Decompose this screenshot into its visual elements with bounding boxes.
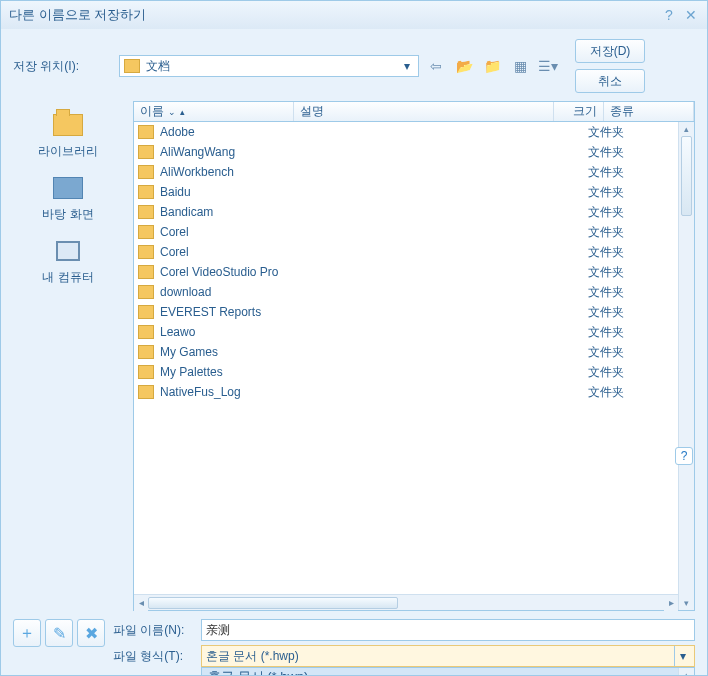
view-menu-icon[interactable]: ☰▾ bbox=[537, 55, 559, 77]
hscroll-thumb[interactable] bbox=[148, 597, 398, 609]
folder-icon bbox=[138, 365, 154, 379]
filetype-label: 파일 형식(T): bbox=[113, 648, 193, 665]
places-panel: 라이브러리바탕 화면내 컴퓨터 bbox=[13, 101, 123, 611]
file-list: 이름⌄▴ 설명 크기 종류 Adobe文件夹AliWangWang文件夹AliW… bbox=[133, 101, 695, 611]
chevron-down-icon[interactable]: ▾ bbox=[674, 646, 690, 666]
table-row[interactable]: Bandicam文件夹 bbox=[134, 202, 678, 222]
folder-icon bbox=[138, 285, 154, 299]
scroll-right-icon[interactable]: ▸ bbox=[664, 595, 678, 611]
table-row[interactable]: download文件夹 bbox=[134, 282, 678, 302]
folder-icon bbox=[138, 325, 154, 339]
open-folder-icon[interactable]: 📁 bbox=[481, 55, 503, 77]
sort-asc-icon: ⌄ bbox=[168, 107, 176, 117]
folder-icon bbox=[138, 185, 154, 199]
location-combo[interactable]: 文档 ▾ bbox=[119, 55, 419, 77]
folder-icon bbox=[138, 305, 154, 319]
dropdown-scrollbar[interactable]: ▴ ▾ bbox=[678, 668, 694, 676]
column-headers: 이름⌄▴ 설명 크기 종류 bbox=[134, 102, 694, 122]
up-folder-icon[interactable]: 📂 bbox=[453, 55, 475, 77]
place-computer[interactable]: 내 컴퓨터 bbox=[42, 237, 93, 286]
folder-icon bbox=[138, 225, 154, 239]
scroll-left-icon[interactable]: ◂ bbox=[134, 595, 148, 611]
col-size[interactable]: 크기 bbox=[554, 102, 604, 121]
col-name[interactable]: 이름⌄▴ bbox=[134, 102, 294, 121]
table-row[interactable]: Corel文件夹 bbox=[134, 222, 678, 242]
folder-icon bbox=[138, 385, 154, 399]
cancel-button[interactable]: 취소 bbox=[575, 69, 645, 93]
help-icon[interactable]: ? bbox=[661, 7, 677, 23]
folder-icon bbox=[138, 125, 154, 139]
titlebar: 다른 이름으로 저장하기 ? ✕ bbox=[1, 1, 707, 29]
filename-label: 파일 이름(N): bbox=[113, 622, 193, 639]
new-folder-icon[interactable]: ▦ bbox=[509, 55, 531, 77]
table-row[interactable]: My Palettes文件夹 bbox=[134, 362, 678, 382]
vertical-scrollbar[interactable]: ▴ ▾ bbox=[678, 122, 694, 610]
delete-favorite-button[interactable]: ✖ bbox=[77, 619, 105, 647]
save-location-label: 저장 위치(I): bbox=[13, 58, 113, 75]
scroll-up-icon[interactable]: ▴ bbox=[679, 122, 694, 136]
table-row[interactable]: My Games文件夹 bbox=[134, 342, 678, 362]
back-icon[interactable]: ⇦ bbox=[425, 55, 447, 77]
scroll-down-icon[interactable]: ▾ bbox=[679, 596, 694, 610]
folder-icon bbox=[138, 345, 154, 359]
close-icon[interactable]: ✕ bbox=[683, 7, 699, 23]
col-type[interactable]: 종류 bbox=[604, 102, 694, 121]
filetype-select[interactable]: 혼글 문서 (*.hwp) ▾ bbox=[201, 645, 695, 667]
scroll-up-icon[interactable]: ▴ bbox=[679, 668, 694, 676]
col-desc[interactable]: 설명 bbox=[294, 102, 554, 121]
filetype-option[interactable]: 혼글 문서 (*.hwp) bbox=[202, 668, 694, 676]
folder-icon bbox=[138, 265, 154, 279]
table-row[interactable]: NativeFus_Log文件夹 bbox=[134, 382, 678, 402]
table-row[interactable]: Leawo文件夹 bbox=[134, 322, 678, 342]
window-title: 다른 이름으로 저장하기 bbox=[9, 6, 655, 24]
table-row[interactable]: Corel VideoStudio Pro文件夹 bbox=[134, 262, 678, 282]
add-favorite-button[interactable]: ＋ bbox=[13, 619, 41, 647]
folder-icon bbox=[138, 145, 154, 159]
save-as-dialog: 다른 이름으로 저장하기 ? ✕ 저장 위치(I): 文档 ▾ ⇦ 📂 📁 ▦ … bbox=[0, 0, 708, 676]
save-button[interactable]: 저장(D) bbox=[575, 39, 645, 63]
folder-icon bbox=[138, 165, 154, 179]
vscroll-thumb[interactable] bbox=[681, 136, 692, 216]
edit-favorite-button[interactable]: ✎ bbox=[45, 619, 73, 647]
table-row[interactable]: Corel文件夹 bbox=[134, 242, 678, 262]
table-row[interactable]: EVEREST Reports文件夹 bbox=[134, 302, 678, 322]
table-row[interactable]: Adobe文件夹 bbox=[134, 122, 678, 142]
filename-input[interactable] bbox=[201, 619, 695, 641]
filetype-dropdown: ▴ ▾ 혼글 문서 (*.hwp)혼글 서식 (*.hwt)HWPML 2.x … bbox=[201, 667, 695, 676]
folder-icon bbox=[124, 59, 140, 73]
location-value: 文档 bbox=[146, 58, 170, 75]
file-rows: Adobe文件夹AliWangWang文件夹AliWorkbench文件夹Bai… bbox=[134, 122, 678, 594]
place-folder[interactable]: 라이브러리 bbox=[38, 111, 98, 160]
chevron-down-icon[interactable]: ▾ bbox=[400, 59, 414, 73]
table-row[interactable]: Baidu文件夹 bbox=[134, 182, 678, 202]
folder-icon bbox=[138, 245, 154, 259]
context-help-icon[interactable]: ? bbox=[675, 447, 693, 465]
folder-icon bbox=[138, 205, 154, 219]
filetype-value: 혼글 문서 (*.hwp) bbox=[206, 648, 299, 665]
table-row[interactable]: AliWangWang文件夹 bbox=[134, 142, 678, 162]
table-row[interactable]: AliWorkbench文件夹 bbox=[134, 162, 678, 182]
place-desktop[interactable]: 바탕 화면 bbox=[42, 174, 93, 223]
horizontal-scrollbar[interactable]: ◂ ▸ bbox=[134, 594, 678, 610]
